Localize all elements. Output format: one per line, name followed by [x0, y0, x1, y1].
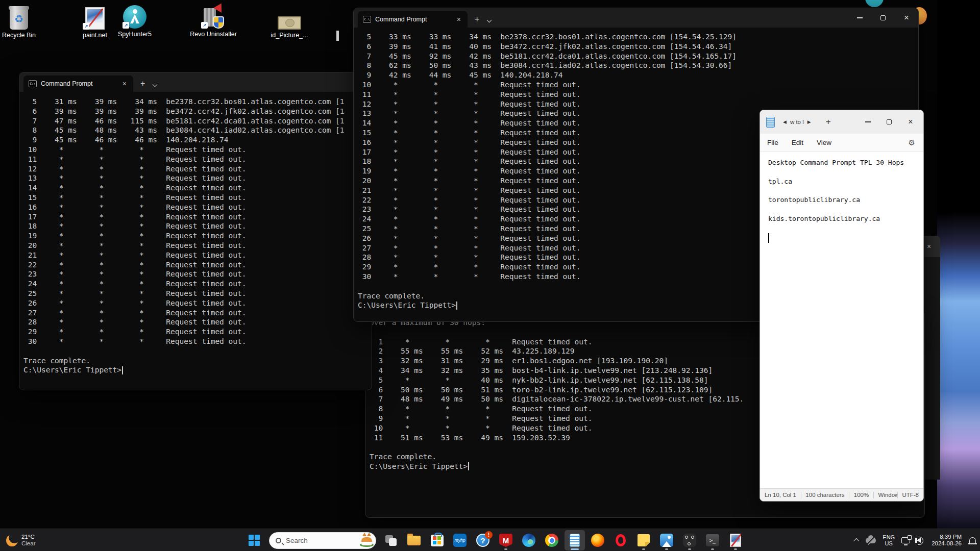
tab-close-button[interactable]: × [455, 15, 462, 23]
shortcut-arrow-icon: ↗ [83, 23, 89, 30]
speaker-icon[interactable] [917, 538, 921, 543]
taskbar-hp-support-assistant[interactable]: ?! [473, 530, 493, 550]
start-button[interactable] [244, 530, 264, 550]
taskbar-mcafee[interactable]: M [496, 530, 516, 550]
taskbar-notepad-active[interactable] [565, 530, 585, 550]
file-explorer-icon [407, 536, 421, 545]
tab-dropdown-button[interactable] [487, 18, 492, 23]
shortcut-arrow-icon: ↗ [122, 22, 129, 29]
titlebar[interactable]: C:\ Command Prompt × + [19, 72, 372, 92]
weather-widget[interactable]: 21°C Clear [6, 529, 35, 551]
notepad-tab-title[interactable]: w to l [790, 119, 804, 125]
desktop-icon-label: Revo Uninstaller [190, 31, 237, 38]
new-tab-button[interactable]: + [475, 15, 479, 24]
console-output: 5 31 ms 39 ms 34 ms be2378.ccr32.bos01.a… [23, 97, 372, 365]
menu-view[interactable]: View [817, 139, 831, 146]
maximize-button[interactable] [878, 112, 900, 132]
tab-dropdown-button[interactable] [153, 82, 158, 87]
wallpaper-light-beam [937, 0, 980, 529]
notepad-icon [570, 534, 580, 547]
search-box[interactable]: Search [269, 532, 376, 549]
hidden-desktop-icon-teal [865, 0, 884, 7]
taskbar-sticky-notes[interactable] [633, 530, 654, 550]
menu-file[interactable]: File [767, 139, 778, 146]
notepad-text: Desktop Command Prompt TPL 30 Hops tpl.c… [768, 158, 923, 223]
minimize-button[interactable] [848, 8, 871, 28]
desktop-icon-revo-uninstaller[interactable]: ↗ Revo Uninstaller [190, 3, 237, 38]
background-window-edge: × [924, 236, 940, 480]
tab-scroll-left-icon[interactable]: ◀ [783, 119, 787, 124]
notepad-window[interactable]: ◀ w to l ▶ + × File Edit View ⚙ Desktop … [760, 110, 924, 502]
taskbar-myhp[interactable]: myhp [450, 530, 470, 550]
windows-logo-icon [249, 535, 260, 546]
taskbar-file-explorer[interactable] [404, 530, 424, 550]
dev-home-icon [683, 534, 696, 547]
hidden-icons-chevron[interactable] [853, 538, 859, 544]
taskbar-edge[interactable] [519, 530, 539, 550]
onedrive-offline-icon[interactable] [866, 538, 876, 543]
weather-condition: Clear [21, 540, 35, 547]
status-character-count: 100 characters [801, 492, 849, 498]
taskbar-chrome[interactable] [542, 530, 562, 550]
close-icon[interactable]: × [927, 242, 931, 251]
desktop-icon-label: Recycle Bin [0, 32, 42, 39]
minimize-button[interactable] [857, 112, 878, 132]
prompt-text: C:\Users\Eric Tippett> [358, 300, 456, 310]
search-icon [276, 538, 281, 543]
weather-moon-icon [6, 535, 18, 546]
firefox-icon [591, 534, 604, 547]
desktop-icon-id-picture[interactable]: id_Picture_... [266, 4, 313, 39]
tab-command-prompt[interactable]: C:\ Command Prompt × [358, 11, 468, 28]
text-cursor [768, 233, 769, 243]
clock[interactable]: 8:39 PM 2024-08-26 [932, 534, 962, 547]
close-button[interactable]: × [900, 112, 921, 132]
notepad-icon [766, 117, 775, 128]
menu-edit[interactable]: Edit [792, 139, 803, 146]
maximize-button[interactable] [871, 8, 895, 28]
desktop-icon-recycle-bin[interactable]: ♻ Recycle Bin [0, 4, 42, 39]
taskbar-dev-home[interactable] [679, 530, 700, 550]
taskbar-photos[interactable] [656, 530, 677, 550]
taskbar-microsoft-store[interactable] [427, 530, 447, 550]
photos-icon [660, 534, 673, 547]
taskbar-opera[interactable] [610, 530, 631, 550]
text-cursor [122, 366, 123, 374]
tab-close-button[interactable]: × [121, 80, 128, 88]
tab-scroll-right-icon[interactable]: ▶ [807, 119, 811, 124]
command-prompt-window-left[interactable]: C:\ Command Prompt × + 5 31 ms 39 ms 34 … [19, 72, 372, 390]
status-line-ending: Windows (CRLF) [874, 492, 898, 498]
alert-badge: ! [485, 531, 493, 539]
notepad-new-tab-button[interactable]: + [826, 117, 831, 127]
new-tab-button[interactable]: + [140, 79, 145, 88]
hp-support-icon: ?! [476, 534, 489, 547]
taskbar-paintnet[interactable] [725, 530, 746, 550]
console-output-area[interactable]: 5 31 ms 39 ms 34 ms be2378.ccr32.bos01.a… [19, 92, 372, 375]
settings-gear-icon[interactable]: ⚙ [909, 138, 915, 147]
opera-icon [616, 534, 626, 546]
notepad-text-area[interactable]: Desktop Command Prompt TPL 30 Hops tpl.c… [760, 152, 923, 488]
notifications-bell-icon[interactable] [969, 537, 976, 543]
status-zoom-level[interactable]: 100% [849, 492, 873, 498]
command-prompt-icon: C:\ [363, 16, 371, 23]
taskbar-firefox[interactable] [587, 530, 608, 550]
time: 8:39 PM [932, 534, 962, 541]
notepad-titlebar[interactable]: ◀ w to l ▶ + × [760, 110, 923, 134]
titlebar[interactable]: C:\ Command Prompt × + × [354, 8, 918, 28]
network-icon[interactable] [901, 537, 910, 543]
shortcut-arrow-icon: ↗ [201, 22, 208, 29]
region-code: US [883, 540, 895, 547]
close-button[interactable]: × [895, 8, 918, 28]
language-indicator[interactable]: ENG US [883, 534, 895, 547]
sticky-notes-icon [638, 534, 650, 546]
desktop-icon-spyhunter5[interactable]: ↗ SpyHunter5 [111, 3, 158, 38]
task-view-button[interactable] [381, 530, 401, 550]
date: 2024-08-26 [932, 540, 962, 547]
mcafee-icon: M [499, 534, 512, 547]
edge-icon [522, 534, 535, 547]
taskbar-terminal[interactable]: >_ [702, 530, 723, 550]
tab-title: Command Prompt [41, 80, 117, 87]
status-cursor-position: Ln 10, Col 1 [760, 492, 801, 498]
search-highlight-dog-image [360, 534, 374, 547]
command-prompt-icon: C:\ [29, 80, 37, 87]
tab-command-prompt[interactable]: C:\ Command Prompt × [23, 76, 133, 92]
